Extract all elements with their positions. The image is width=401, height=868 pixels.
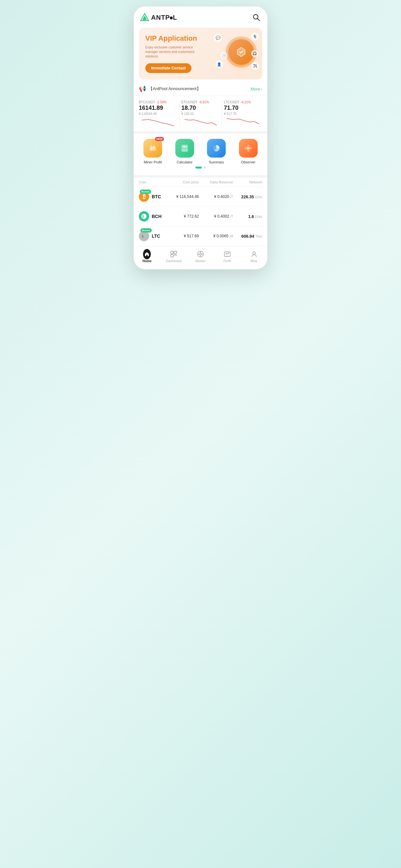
price-etc[interactable]: ETC/USDT -6.81% 18.70 ¥ 135.01: [180, 100, 222, 128]
btc-price-value: 16141.89: [139, 104, 177, 112]
btc-cny-value: ¥ 116544.46: [139, 112, 177, 116]
ltc-logo: Ł Bonus: [139, 231, 149, 241]
coin-info-btc: ₿ Bonus BTC: [139, 191, 165, 202]
logo-text: ANTPL: [151, 14, 177, 21]
btc-price: ¥ 116,544.46: [165, 194, 199, 199]
mine-icon: [250, 250, 258, 258]
page-dots: [137, 164, 264, 173]
ltc-price-value: 71.70: [224, 104, 262, 112]
price-ticker: BTC/USDT -2.59% 16141.89 ¥ 116544.46 ETC…: [134, 96, 267, 134]
action-miner-profit[interactable]: NEW Miner Profit: [137, 139, 169, 164]
mine-nav-label: Mine: [251, 259, 258, 263]
ltc-pair-label: LTC/USDT -6.21%: [224, 100, 262, 104]
profit-icon: [223, 250, 231, 258]
th-revenue: Daily Revenue: [199, 180, 233, 184]
antpool-logo-icon: [140, 13, 149, 22]
action-summary[interactable]: Summary: [201, 139, 233, 164]
dot-active: [195, 166, 202, 168]
table-row-bch[interactable]: ₿ BCH ¥ 772.62 ¥ 0.4002 /T 1.6 EH/s: [139, 207, 262, 226]
svg-point-21: [248, 151, 249, 152]
btc-pair-label: BTC/USDT -2.59%: [139, 100, 177, 104]
svg-rect-7: [151, 145, 152, 147]
svg-point-39: [253, 252, 255, 254]
announcement-text: 【AntPool Announcement】: [149, 86, 251, 92]
btc-network: 226.35 EH/s: [233, 194, 262, 199]
svg-rect-28: [171, 251, 174, 254]
banner-content: VIP Application Enjoy exclusive customer…: [145, 34, 206, 73]
observer-label: Observer: [241, 160, 255, 164]
table-row-btc[interactable]: ₿ Bonus BTC ¥ 116,544.46 ¥ 0.4020 /T 226…: [139, 187, 262, 207]
svg-point-16: [186, 150, 187, 151]
svg-point-20: [248, 145, 249, 146]
banner-description: Enjoy exclusive customer service manager…: [145, 45, 206, 59]
table-row-ltc[interactable]: Ł Bonus LTC ¥ 517.69 ¥ 0.0065 /M 606.94 …: [139, 226, 262, 246]
calculator-label: Calculator: [177, 160, 193, 164]
new-badge: NEW: [155, 137, 164, 141]
home-nav-label: Home: [143, 259, 152, 263]
chevron-right-icon: ›: [261, 87, 262, 91]
btc-revenue: ¥ 0.4020 /T: [199, 194, 233, 199]
dot-inactive: [204, 166, 206, 168]
announcement-more-button[interactable]: More ›: [251, 87, 262, 91]
bottom-nav: Home Dashboard: [134, 246, 267, 269]
svg-point-11: [182, 149, 183, 150]
table-header: Coin Coin price Daily Revenue Network: [139, 178, 262, 187]
ltc-name: LTC: [152, 234, 160, 239]
profit-nav-label: Profit: [223, 259, 231, 263]
banner-illustration: 💬 🎙️ 👤 ✈️ 🕐 🎧: [214, 31, 259, 73]
actions-row: NEW Miner Profit: [137, 139, 264, 164]
svg-text:Ł: Ł: [142, 235, 144, 238]
svg-rect-8: [153, 145, 155, 147]
btc-logo: ₿ Bonus: [139, 191, 149, 202]
action-observer[interactable]: Observer: [233, 139, 265, 164]
svg-point-19: [247, 147, 250, 150]
svg-rect-10: [183, 146, 187, 148]
svg-point-13: [186, 149, 187, 150]
svg-point-14: [182, 150, 183, 151]
btc-bonus-badge: Bonus: [140, 190, 151, 194]
svg-rect-30: [171, 254, 174, 257]
bch-network: 1.6 EH/s: [233, 214, 262, 219]
svg-marker-27: [145, 252, 149, 256]
announcement-icon: 📢: [139, 85, 146, 92]
coin-info-ltc: Ł Bonus LTC: [139, 231, 165, 241]
svg-point-12: [184, 149, 185, 150]
ltc-network: 606.94 TH/s: [233, 234, 262, 239]
bch-price: ¥ 772.62: [165, 214, 199, 219]
announcement-bar: 📢 【AntPool Announcement】 More ›: [134, 82, 267, 96]
btc-chart: [139, 117, 177, 127]
coin-info-bch: ₿ BCH: [139, 211, 165, 221]
nav-dashboard[interactable]: Dashboard: [160, 249, 187, 264]
home-icon: [143, 250, 151, 258]
banner-contact-button[interactable]: Immediate Contact: [145, 63, 191, 73]
nav-profit[interactable]: Profit: [214, 249, 241, 264]
th-price: Coin price: [165, 180, 199, 184]
search-icon[interactable]: [252, 13, 261, 22]
miner-profit-label: Miner Profit: [144, 160, 162, 164]
svg-rect-29: [174, 251, 177, 254]
ltc-cny-value: ¥ 517.70: [224, 112, 262, 116]
phone-container: ANTPL VIP Application Enjoy exclusive cu…: [134, 6, 267, 269]
logo: ANTPL: [140, 13, 177, 22]
svg-line-3: [258, 19, 260, 21]
svg-point-22: [245, 148, 246, 149]
header: ANTPL: [134, 6, 267, 25]
etc-cny-value: ¥ 135.01: [181, 112, 220, 116]
etc-chart: [181, 117, 220, 127]
etc-price-value: 18.70: [181, 104, 220, 112]
nav-home[interactable]: Home: [134, 249, 160, 264]
price-btc[interactable]: BTC/USDT -2.59% 16141.89 ¥ 116544.46: [137, 100, 180, 128]
nav-worker[interactable]: Worker: [187, 249, 214, 264]
worker-nav-label: Worker: [195, 259, 206, 263]
action-calculator[interactable]: Calculator: [169, 139, 201, 164]
dashboard-nav-label: Dashboard: [166, 259, 182, 263]
ltc-bonus-badge: Bonus: [141, 228, 152, 232]
svg-point-32: [199, 253, 202, 255]
svg-rect-5: [150, 147, 152, 150]
svg-point-15: [184, 150, 185, 151]
price-ltc[interactable]: LTC/USDT -6.21% 71.70 ¥ 517.70: [222, 100, 264, 128]
nav-mine[interactable]: Mine: [241, 249, 267, 264]
ltc-chart: [224, 117, 262, 127]
svg-point-23: [251, 148, 252, 149]
dashboard-icon: [170, 250, 178, 258]
